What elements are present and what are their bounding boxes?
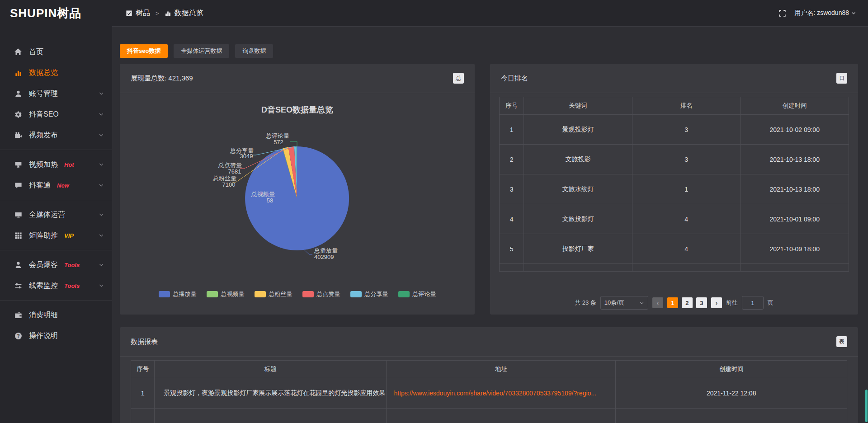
- table-row[interactable]: 1景观投影灯32021-10-02 09:00: [500, 115, 849, 145]
- tab-2[interactable]: 询盘数据: [235, 44, 273, 58]
- tab-1[interactable]: 全媒体运营数据: [174, 44, 229, 58]
- sidebar-item-label: 数据总览: [29, 68, 58, 78]
- member-icon: [14, 260, 23, 269]
- scrollbar-thumb[interactable]: [865, 390, 868, 422]
- videocam-icon: [14, 131, 23, 140]
- breadcrumb-root[interactable]: 树品: [136, 9, 150, 18]
- legend-item-总点赞量[interactable]: 总点赞量: [302, 290, 340, 298]
- sidebar-item-label: 操作说明: [29, 331, 58, 341]
- sidebar-item-doukertong[interactable]: 抖客通New: [0, 175, 112, 196]
- legend-item-总视频量[interactable]: 总视频量: [207, 290, 245, 298]
- pie-label-line: [304, 250, 312, 254]
- pie-label-value: 3049: [240, 153, 253, 160]
- breadcrumb-separator: >: [156, 10, 159, 17]
- table-row[interactable]: 2文旅投影32021-10-13 18:00: [500, 145, 849, 174]
- pie-label-line: [290, 141, 297, 146]
- report-table: 序号标题地址创建时间 1景观投影灯，夜游景观投影灯厂家展示展示落花灯在花园里的灯…: [131, 360, 847, 423]
- sidebar-item-badge: Hot: [64, 161, 74, 168]
- sidebar-item-account[interactable]: 账号管理: [0, 83, 112, 104]
- tab-0[interactable]: 抖音seo数据: [120, 44, 168, 58]
- legend-item-总粉丝量[interactable]: 总粉丝量: [255, 290, 292, 298]
- top-bar: 树品 > 数据总览 用户名: zswodun88: [112, 0, 868, 27]
- sidebar-divider: [0, 200, 112, 200]
- ranking-col-header: 关键词: [524, 97, 632, 115]
- sliders-icon: [14, 281, 23, 290]
- sidebar-item-label: 线索监控: [29, 281, 58, 291]
- page-button-2[interactable]: 2: [682, 297, 693, 308]
- legend-swatch: [255, 291, 266, 297]
- prev-page-button[interactable]: ‹: [652, 297, 663, 308]
- report-row-link[interactable]: https://www.iesdouyin.com/share/video/70…: [387, 378, 616, 409]
- legend-swatch: [159, 291, 170, 297]
- table-row[interactable]: 4文旅投影灯42021-10-01 09:00: [500, 204, 849, 234]
- day-view-toggle-button[interactable]: 日: [836, 73, 847, 84]
- page-button-1[interactable]: 1: [667, 297, 678, 308]
- page-button-3[interactable]: 3: [696, 297, 707, 308]
- legend-item-总评论量[interactable]: 总评论量: [398, 290, 436, 298]
- sidebar-item-label: 视频加热: [29, 160, 58, 169]
- fullscreen-icon[interactable]: [778, 9, 786, 17]
- ranking-panel-header: 今日排名 日: [490, 64, 858, 93]
- content: 抖音seo数据全媒体运营数据询盘数据 展现量总数: 421,369 总 D音SE…: [112, 27, 868, 423]
- report-row-time: 2021-11-22 12:08: [616, 378, 847, 409]
- main-area: 树品 > 数据总览 用户名: zswodun88: [112, 0, 868, 423]
- pie-label-name: 总播放量: [314, 247, 338, 254]
- pie-slice-总播放量[interactable]: [245, 146, 349, 250]
- sidebar-item-label: 抖音SEO: [29, 110, 59, 119]
- data-tabs: 抖音seo数据全媒体运营数据询盘数据: [120, 44, 858, 58]
- sidebar-item-matrix-boost[interactable]: 矩阵助推VIP: [0, 225, 112, 246]
- sidebar-item-home[interactable]: 首页: [0, 42, 112, 62]
- pie-label-name: 总视频量: [251, 191, 275, 197]
- pie-label-value: 7681: [228, 168, 241, 175]
- sidebar-item-video-publish[interactable]: 视频发布: [0, 125, 112, 146]
- legend-label: 总分享量: [365, 290, 388, 298]
- chevron-down-icon: [99, 183, 104, 188]
- pie-chart[interactable]: 总播放量402909总视频量58总粉丝量7100总点赞量7681总分享量3049…: [120, 93, 475, 315]
- ranking-col-header: 创建时间: [741, 97, 849, 115]
- report-row-title: 景观投影灯，夜游景观投影灯厂家展示展示落花灯在花园里的灯光投影应用效果 #: [155, 378, 387, 409]
- report-col-header: 创建时间: [616, 361, 847, 378]
- table-row[interactable]: 5投影灯厂家42021-10-09 18:00: [500, 234, 849, 264]
- sidebar-item-overview[interactable]: 数据总览: [0, 62, 112, 83]
- sidebar-item-label: 账号管理: [29, 89, 58, 99]
- user-menu[interactable]: 用户名: zswodun88: [794, 9, 856, 17]
- data-report-panel: 数据报表 表 序号标题地址创建时间 1景观投影灯，夜游景观投影灯厂家展示展示落花…: [120, 327, 858, 423]
- chevron-down-icon: [639, 301, 644, 306]
- table-view-toggle-button[interactable]: 表: [836, 336, 847, 347]
- sidebar-item-operation-guide[interactable]: ?操作说明: [0, 325, 112, 346]
- sidebar-item-clue-monitor[interactable]: 线索监控Tools: [0, 275, 112, 296]
- app-logo: SHUPIN树品: [0, 0, 112, 26]
- pagination-total: 共 23 条: [575, 299, 596, 307]
- sidebar-item-douyin-seo[interactable]: 抖音SEO: [0, 104, 112, 125]
- table-row-partial: [500, 264, 849, 272]
- sidebar-item-expense-detail[interactable]: 消费明细: [0, 305, 112, 325]
- total-view-toggle-button[interactable]: 总: [453, 73, 464, 84]
- legend-item-总播放量[interactable]: 总播放量: [159, 290, 197, 298]
- ranking-table: 序号关键词排名创建时间 1景观投影灯32021-10-02 09:002文旅投影…: [499, 97, 849, 272]
- chart-icon: [14, 68, 23, 77]
- question-icon: ?: [14, 331, 23, 340]
- sidebar-item-member-baoke[interactable]: 会员爆客Tools: [0, 254, 112, 275]
- chevron-down-icon: [99, 283, 104, 288]
- sidebar-item-video-heat[interactable]: 视频加热Hot: [0, 154, 112, 175]
- table-row[interactable]: 1景观投影灯，夜游景观投影灯厂家展示展示落花灯在花园里的灯光投影应用效果 #ht…: [131, 378, 847, 409]
- table-row[interactable]: 3文旅水纹灯12021-10-13 18:00: [500, 174, 849, 204]
- pie-label-value: 402909: [314, 254, 334, 260]
- breadcrumb: 树品 > 数据总览: [126, 9, 203, 18]
- next-page-button[interactable]: ›: [711, 297, 722, 308]
- today-ranking-panel: 今日排名 日 序号关键词排名创建时间 1景观投影灯32021-10-02 09:…: [490, 64, 858, 315]
- svg-text:?: ?: [17, 333, 19, 338]
- sidebar-divider: [0, 150, 112, 150]
- pie-label-value: 7100: [222, 181, 236, 188]
- report-col-header: 标题: [155, 361, 387, 378]
- page-size-select[interactable]: 10条/页: [600, 296, 648, 310]
- sidebar: SHUPIN树品 首页数据总览账号管理抖音SEO视频发布视频加热Hot抖客通Ne…: [0, 0, 112, 423]
- pie-label-name: 总点赞量: [218, 162, 242, 169]
- sidebar-item-media-operation[interactable]: 全媒体运营: [0, 204, 112, 225]
- sidebar-item-label: 矩阵助推: [29, 231, 58, 240]
- goto-page-input[interactable]: [742, 296, 764, 310]
- sidebar-item-badge: New: [57, 182, 69, 189]
- legend-item-总分享量[interactable]: 总分享量: [350, 290, 388, 298]
- legend-label: 总视频量: [221, 290, 245, 298]
- legend-label: 总点赞量: [317, 290, 340, 298]
